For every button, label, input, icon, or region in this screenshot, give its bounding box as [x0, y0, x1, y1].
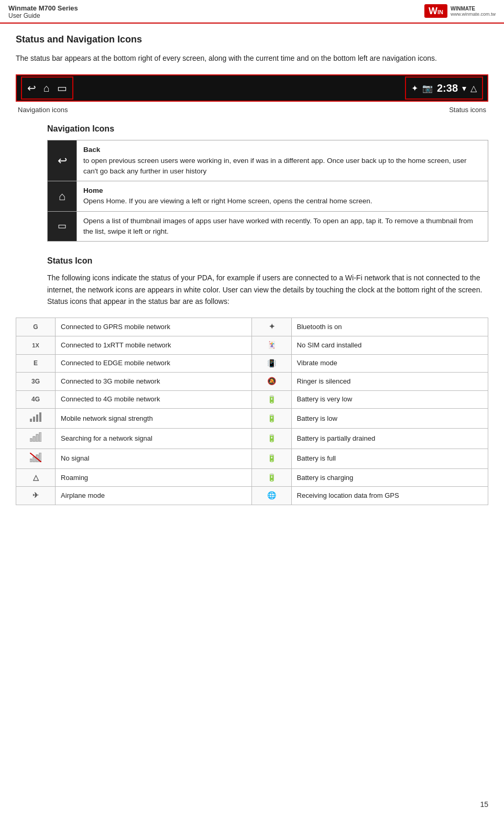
status-icons-label: Status icons — [449, 106, 486, 114]
table-row: 1X Connected to 1xRTT mobile network 🃏 N… — [16, 336, 488, 354]
svg-rect-4 — [30, 439, 32, 442]
icon-vibrate: 📳 — [252, 354, 291, 373]
desc-1x: Connected to 1xRTT mobile network — [56, 336, 252, 354]
no-signal-icon — [30, 453, 41, 462]
svg-rect-2 — [36, 414, 38, 422]
status-time: 2:38 — [437, 82, 458, 94]
desc-batt-partial: Battery is partially drained — [291, 429, 488, 449]
desc-batt-low: Battery is low — [291, 409, 488, 429]
icon-searching — [16, 429, 56, 449]
main-content: Status and Navigation Icons The status b… — [0, 24, 504, 537]
desc-4g: Connected to 4G mobile network — [56, 390, 252, 409]
status-subsection-title: Status Icon — [47, 256, 488, 266]
header-text: Winmate M700 Series User Guide — [8, 4, 78, 19]
icon-gps: 🌐 — [252, 487, 291, 505]
logo-icon: WIN — [424, 4, 447, 18]
icon-batt-full: 🔋 — [252, 449, 291, 468]
signal-status-icon: △ — [470, 83, 477, 93]
back-desc-cell: Back to open previous screen users were … — [77, 140, 488, 181]
desc-nosignal: No signal — [56, 449, 252, 468]
svg-rect-9 — [33, 457, 35, 462]
desc-airplane: Airplane mode — [56, 487, 252, 505]
page-header: Winmate M700 Series User Guide WIN WINMA… — [0, 0, 504, 24]
home-desc-cell: Home Opens Home. If you are viewing a le… — [77, 181, 488, 212]
desc-nosim: No SIM card installed — [291, 336, 488, 354]
icon-batt-low: 🔋 — [252, 409, 291, 429]
desc-ringer: Ringer is silenced — [291, 373, 488, 391]
icon-batt-vlow: 🔋 — [252, 390, 291, 409]
table-row: 3G Connected to 3G mobile network 🔕 Ring… — [16, 373, 488, 391]
icon-batt-partial: 🔋 — [252, 429, 291, 449]
guide-subtitle: User Guide — [8, 12, 78, 19]
wifi-status-icon: ▾ — [462, 83, 466, 93]
icon-g: G — [16, 318, 56, 336]
icon-roaming: △ — [16, 468, 56, 487]
svg-rect-8 — [30, 459, 32, 462]
statusbar-labels: Navigation icons Status icons — [16, 106, 488, 114]
icon-4g: 4G — [16, 390, 56, 409]
home-nav-icon: ⌂ — [43, 82, 50, 94]
desc-edge: Connected to EDGE mobile network — [56, 354, 252, 373]
recents-nav-icon: ▭ — [57, 82, 67, 94]
table-row: ↩ Back to open previous screen users wer… — [48, 140, 488, 181]
searching-signal-icon — [30, 432, 41, 442]
table-row: △ Roaming 🔋 Battery is charging — [16, 468, 488, 487]
icon-e: E — [16, 354, 56, 373]
desc-3g: Connected to 3G mobile network — [56, 373, 252, 391]
desc-vibrate: Vibrate mode — [291, 354, 488, 373]
desc-bt: Bluetooth is on — [291, 318, 488, 336]
camera-status-icon: 📷 — [422, 83, 433, 93]
desc-gps: Receiving location data from GPS — [291, 487, 488, 505]
logo-brand: WINMATE www.winmate.com.tw — [451, 6, 496, 17]
table-row: ▭ Opens a list of thumbnail images of ap… — [48, 211, 488, 242]
status-section-desc: The following icons indicate the status … — [47, 272, 488, 307]
table-row: G Connected to GPRS mobile network ✦ Blu… — [16, 318, 488, 336]
home-icon-cell: ⌂ — [48, 181, 77, 212]
logo: WIN WINMATE www.winmate.com.tw — [424, 4, 496, 18]
recents-icon-cell: ▭ — [48, 211, 77, 242]
series-title: Winmate M700 Series — [8, 4, 78, 12]
icon-ringer: 🔕 — [252, 373, 291, 391]
desc-signal: Mobile network signal strength — [56, 409, 252, 429]
icon-nosignal — [16, 449, 56, 468]
table-row: E Connected to EDGE mobile network 📳 Vib… — [16, 354, 488, 373]
bluetooth-status-icon: ✦ — [411, 83, 418, 93]
desc-roaming: Roaming — [56, 468, 252, 487]
table-row: 4G Connected to 4G mobile network 🔋 Batt… — [16, 390, 488, 409]
desc-searching: Searching for a network signal — [56, 429, 252, 449]
statusbar-demo: ↩ ⌂ ▭ ✦ 📷 2:38 ▾ △ — [16, 74, 488, 102]
page-number: 15 — [480, 800, 488, 809]
icon-batt-charging: 🔋 — [252, 468, 291, 487]
back-icon-cell: ↩ — [48, 140, 77, 181]
svg-rect-5 — [33, 436, 35, 442]
table-row: ✈ Airplane mode 🌐 Receiving location dat… — [16, 487, 488, 505]
icon-bt: ✦ — [252, 318, 291, 336]
desc-batt-charging: Battery is charging — [291, 468, 488, 487]
svg-rect-7 — [39, 432, 41, 442]
svg-rect-0 — [30, 419, 32, 422]
icon-signal — [16, 409, 56, 429]
section-title: Status and Navigation Icons — [16, 34, 488, 45]
back-nav-icon: ↩ — [27, 82, 36, 94]
status-icons-box: ✦ 📷 2:38 ▾ △ — [405, 77, 483, 100]
nav-icons-box: ↩ ⌂ ▭ — [21, 77, 73, 100]
svg-rect-6 — [36, 434, 38, 442]
icon-1x: 1X — [16, 336, 56, 354]
svg-rect-3 — [39, 412, 41, 422]
signal-strength-icon — [30, 412, 41, 422]
icon-nosim: 🃏 — [252, 336, 291, 354]
desc-batt-full: Battery is full — [291, 449, 488, 468]
table-row: ⌂ Home Opens Home. If you are viewing a … — [48, 181, 488, 212]
nav-icons-label: Navigation icons — [18, 106, 68, 114]
desc-gprs: Connected to GPRS mobile network — [56, 318, 252, 336]
icon-3g: 3G — [16, 373, 56, 391]
table-row: Searching for a network signal 🔋 Battery… — [16, 429, 488, 449]
icon-airplane: ✈ — [16, 487, 56, 505]
nav-icons-table: ↩ Back to open previous screen users wer… — [47, 140, 488, 242]
svg-rect-1 — [33, 417, 35, 422]
table-row: No signal 🔋 Battery is full — [16, 449, 488, 468]
nav-subsection-title: Navigation Icons — [47, 124, 488, 134]
status-icons-table: G Connected to GPRS mobile network ✦ Blu… — [16, 318, 488, 505]
intro-paragraph: The status bar appears at the bottom rig… — [16, 52, 488, 64]
recents-desc-cell: Opens a list of thumbnail images of apps… — [77, 211, 488, 242]
